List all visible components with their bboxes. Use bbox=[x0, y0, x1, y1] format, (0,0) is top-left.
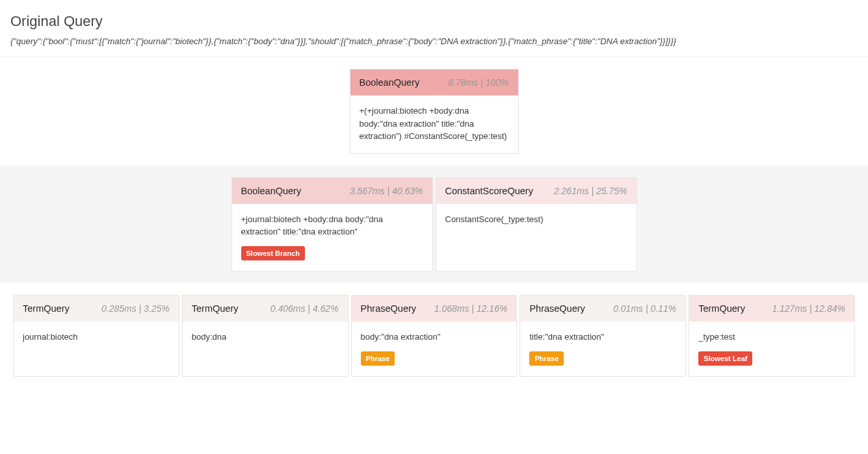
query-node-stats: 2.261ms | 25.75% bbox=[554, 186, 627, 196]
query-node-title: TermQuery bbox=[698, 303, 745, 314]
tree-level-0: BooleanQuery 8.78ms | 100% +(+journal:bi… bbox=[0, 57, 868, 166]
original-query-json: {"query":{"bool":{"must":[{"match":{"jou… bbox=[10, 36, 858, 46]
query-node-leaf-3[interactable]: PhraseQuery0.01ms | 0.11%title:"dna extr… bbox=[519, 295, 686, 377]
original-query-header: Original Query {"query":{"bool":{"must":… bbox=[0, 0, 868, 57]
query-node-body: journal:biotech bbox=[14, 322, 179, 376]
query-node-header: TermQuery1.127ms | 12.84% bbox=[689, 296, 854, 322]
query-node-body: _type:testSlowest Leaf bbox=[689, 322, 854, 376]
query-node-header: ConstantScoreQuery2.261ms | 25.75% bbox=[436, 178, 637, 204]
tree-level-1: BooleanQuery3.567ms | 40.63%+journal:bio… bbox=[0, 166, 868, 284]
query-node-title: PhraseQuery bbox=[361, 303, 416, 314]
query-node-header: BooleanQuery 8.78ms | 100% bbox=[350, 69, 518, 95]
tree-level-2: TermQuery0.285ms | 3.25%journal:biotechT… bbox=[0, 283, 868, 388]
page-title: Original Query bbox=[10, 13, 858, 30]
query-node-title: TermQuery bbox=[23, 303, 70, 314]
query-node-mid-0[interactable]: BooleanQuery3.567ms | 40.63%+journal:bio… bbox=[231, 177, 433, 272]
status-badge: Slowest Leaf bbox=[698, 351, 752, 366]
query-node-stats: 1.127ms | 12.84% bbox=[772, 303, 845, 314]
query-node-header: TermQuery0.406ms | 4.62% bbox=[183, 296, 348, 322]
query-node-leaf-4[interactable]: TermQuery1.127ms | 12.84%_type:testSlowe… bbox=[689, 295, 855, 377]
query-node-body: +journal:biotech +body:dna body:"dna ext… bbox=[232, 204, 432, 271]
query-node-title: BooleanQuery bbox=[241, 186, 302, 196]
query-node-header: PhraseQuery0.01ms | 0.11% bbox=[520, 296, 685, 322]
query-node-header: BooleanQuery3.567ms | 40.63% bbox=[232, 178, 432, 204]
query-node-title: TermQuery bbox=[192, 303, 239, 314]
status-badge: Phrase bbox=[529, 351, 564, 366]
query-node-title: PhraseQuery bbox=[529, 303, 585, 314]
query-node-leaf-1[interactable]: TermQuery0.406ms | 4.62%body:dna bbox=[182, 295, 349, 377]
status-badge: Phrase bbox=[361, 351, 395, 366]
query-node-stats: 0.01ms | 0.11% bbox=[613, 303, 676, 314]
query-node-body: body:"dna extraction"Phrase bbox=[352, 322, 517, 376]
query-node-body: title:"dna extraction"Phrase bbox=[520, 322, 685, 376]
query-node-stats: 0.285ms | 3.25% bbox=[101, 303, 170, 314]
query-node-header: TermQuery0.285ms | 3.25% bbox=[14, 296, 179, 322]
query-node-body: +(+journal:biotech +body:dna body:"dna e… bbox=[350, 95, 518, 153]
query-node-stats: 3.567ms | 40.63% bbox=[350, 186, 423, 196]
query-node-stats: 8.78ms | 100% bbox=[448, 77, 508, 88]
query-node-leaf-2[interactable]: PhraseQuery1.068ms | 12.16%body:"dna ext… bbox=[351, 295, 518, 377]
query-node-body: ConstantScore(_type:test) bbox=[436, 204, 637, 271]
query-node-root[interactable]: BooleanQuery 8.78ms | 100% +(+journal:bi… bbox=[350, 69, 519, 154]
query-node-mid-1[interactable]: ConstantScoreQuery2.261ms | 25.75%Consta… bbox=[436, 177, 637, 272]
query-node-title: BooleanQuery bbox=[360, 77, 420, 88]
status-badge: Slowest Branch bbox=[241, 246, 306, 261]
query-node-header: PhraseQuery1.068ms | 12.16% bbox=[352, 296, 517, 322]
query-node-stats: 0.406ms | 4.62% bbox=[270, 303, 339, 314]
query-node-body: body:dna bbox=[183, 322, 348, 376]
query-node-stats: 1.068ms | 12.16% bbox=[434, 303, 508, 314]
query-node-leaf-0[interactable]: TermQuery0.285ms | 3.25%journal:biotech bbox=[13, 295, 179, 377]
query-node-title: ConstantScoreQuery bbox=[445, 186, 533, 196]
